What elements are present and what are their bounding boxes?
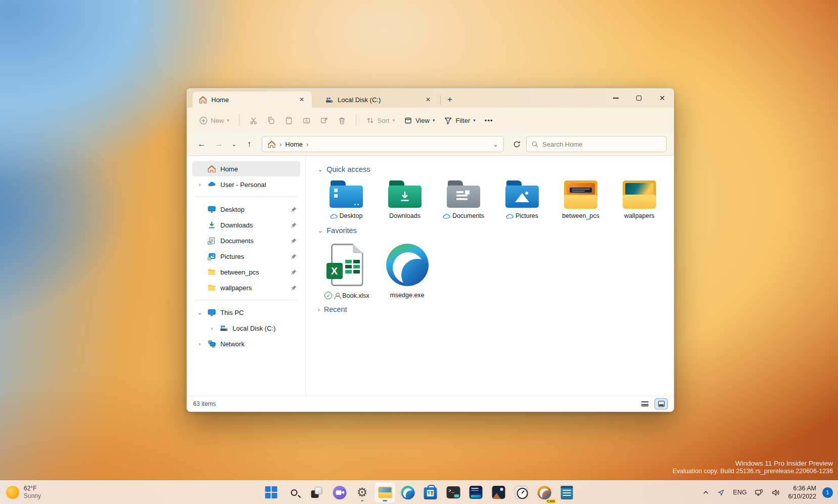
details-view-button[interactable] [638,398,651,409]
tab-home-close-icon[interactable]: ✕ [297,95,307,105]
delete-button[interactable] [334,113,350,128]
search-placeholder: Search Home [542,141,582,148]
documents-folder-icon [447,180,480,209]
edge-canary-button[interactable]: CAN [534,482,554,502]
hidden-icons-button[interactable] [700,487,712,498]
sidebar-divider [195,197,297,197]
refresh-button[interactable] [509,136,524,152]
breadcrumb-home[interactable]: Home [285,141,303,148]
back-button[interactable]: ← [194,136,209,152]
section-title: Favorites [327,226,357,235]
sidebar-item-wallpapers[interactable]: wallpapers [192,280,300,295]
chevron-right-icon[interactable]: › [208,325,215,331]
tab-local-disk[interactable]: Local Disk (C:) ✕ [319,91,438,108]
sidebar-item-local-disk[interactable]: › Local Disk (C:) [192,320,300,336]
clock-widget[interactable]: 6:36 AM 6/10/2022 [785,484,819,501]
system-tray: ENG 6:36 AM 6/10/2022 1 [700,481,833,504]
weather-widget[interactable]: 62°F Sunny [6,485,41,500]
terminal-button[interactable] [443,482,463,502]
tile-pictures[interactable]: Pictures [493,176,551,221]
sidebar-item-home[interactable]: Home [192,161,300,176]
microsoft-store-button[interactable] [421,482,441,502]
file-explorer-button[interactable] [375,482,395,502]
chevron-right-icon[interactable]: › [196,341,203,347]
drive-icon [219,324,228,333]
notification-badge[interactable]: 1 [822,487,833,498]
task-view-button[interactable] [307,482,327,502]
sidebar-item-downloads[interactable]: Downloads [192,217,300,233]
photos-button[interactable] [489,482,509,502]
sidebar-item-this-pc[interactable]: ⌄ This PC [192,305,300,320]
close-button[interactable]: ✕ [650,88,674,108]
maximize-button[interactable] [627,88,650,108]
search-icon [532,141,538,148]
up-button[interactable]: ↑ [242,136,257,152]
filter-button[interactable]: Filter ▾ [440,113,479,128]
home-icon [267,140,276,149]
more-options-button[interactable]: ••• [481,114,497,127]
tab-home-label: Home [211,96,293,104]
share-button[interactable] [316,113,333,128]
tile-desktop[interactable]: Desktop [317,176,376,221]
address-dropdown-icon[interactable]: ⌄ [493,141,498,148]
sidebar-item-between-pcs[interactable]: between_pcs [192,264,300,280]
sidebar-item-documents[interactable]: Documents [192,233,300,248]
tile-msedge-exe[interactable]: msedge.exe [377,238,437,301]
settings-button[interactable]: ⚙ [352,482,373,502]
sort-button[interactable]: Sort ▾ [362,113,399,128]
clock-app-button[interactable] [511,482,532,502]
pinned-dark-app-button[interactable] [466,482,486,502]
chevron-right-icon[interactable]: › [196,181,203,188]
new-button[interactable]: New ▾ [195,113,234,128]
status-bar: 63 items [187,396,674,411]
search-input[interactable]: Search Home [526,136,667,152]
tile-downloads[interactable]: Downloads [376,176,434,221]
sidebar-item-desktop[interactable]: Desktop [192,202,300,217]
rename-button[interactable]: A [298,113,315,128]
edge-button[interactable] [398,482,418,502]
address-bar[interactable]: › Home › ⌄ [262,136,504,152]
synced-check-icon: ✓ [324,292,332,299]
tile-documents[interactable]: Documents [434,176,493,221]
new-tab-button[interactable]: + [443,93,457,106]
section-quick-access[interactable]: ⌄ Quick access [318,165,669,173]
section-title: Quick access [327,165,370,173]
chevron-down-icon: ▾ [227,118,229,123]
network-icon [207,339,216,348]
cut-button[interactable] [245,113,262,128]
tile-wallpapers[interactable]: wallpapers [610,176,669,221]
edge-icon [401,486,414,499]
volume-button[interactable] [768,486,783,499]
details-view-icon [641,401,648,406]
network-tray-icon [755,488,763,497]
language-indicator[interactable]: ENG [730,489,750,496]
notepad-button[interactable] [557,482,577,502]
location-indicator[interactable] [714,487,728,498]
tile-book-xlsx[interactable]: X ✓ Book.xlsx [317,238,377,301]
search-button[interactable] [284,482,304,502]
sidebar-item-network[interactable]: › Network [192,336,300,351]
tab-home[interactable]: Home ✕ [193,91,312,108]
copy-button[interactable] [263,113,280,128]
paste-button[interactable] [281,113,297,128]
tab-local-disk-close-icon[interactable]: ✕ [423,95,433,105]
sidebar-item-pictures[interactable]: Pictures [192,249,300,264]
minimize-button[interactable] [604,88,627,108]
sidebar-item-onedrive-user[interactable]: › User - Personal [192,177,300,192]
chat-button[interactable] [330,482,350,502]
tile-between-pcs[interactable]: between_pcs [551,176,610,221]
section-favorites[interactable]: ⌄ Favorites [318,226,669,235]
forward-button[interactable]: → [211,136,226,152]
recent-locations-button[interactable]: ⌄ [228,136,240,152]
sidebar-item-label: Downloads [220,221,287,229]
item-label: Desktop [340,212,363,219]
large-icons-view-button[interactable] [655,398,668,409]
view-icon [404,116,412,125]
onedrive-cloud-icon [207,180,216,189]
view-button[interactable]: View ▾ [400,113,439,128]
chevron-down-icon[interactable]: ⌄ [196,309,203,316]
start-button[interactable] [261,482,282,502]
network-button[interactable] [752,486,766,499]
section-recent[interactable]: › Recent [318,305,669,313]
sidebar-item-label: This PC [220,309,297,316]
